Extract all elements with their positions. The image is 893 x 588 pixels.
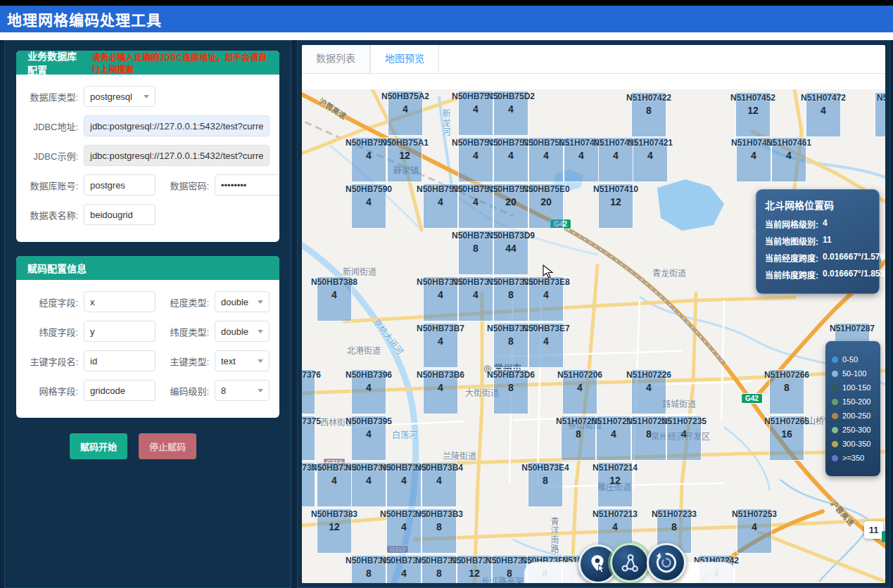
grid-cell-count: 4 (667, 428, 701, 440)
encode-level-label: 编码级别: (164, 384, 209, 397)
grid-cell-N51H07214[interactable]: N51H0721412 (597, 462, 633, 507)
grid-cell-count: 4 (424, 289, 457, 300)
tab-map-preview[interactable]: 地图预览 (370, 45, 439, 73)
grid-cell-N50HB73B6[interactable]: N50HB73B64 (423, 369, 458, 414)
tab-data-list[interactable]: 数据列表 (302, 45, 370, 73)
grid-cell-count: 4 (387, 521, 421, 532)
grid-cell-N51H07266[interactable]: N51H072668 (769, 369, 804, 414)
grid-cell-N50HB73B7[interactable]: N50HB73B74 (423, 323, 458, 368)
grid-cell-N51H07265[interactable]: N51H0726516 (769, 416, 804, 461)
grid-cell-N50HB7395[interactable]: N50HB73954 (351, 416, 386, 461)
grid-cell-N51H07206[interactable]: N51H072064 (562, 369, 597, 414)
tab-bar: 数据列表 地图预览 (302, 45, 885, 74)
grid-cell-code: N50HB7590 (346, 184, 392, 194)
lng-type-value: double (221, 297, 248, 307)
grid-cell-N51H07[interactable]: N51H07 (875, 92, 885, 137)
grid-cell-N50HB75A2[interactable]: N50HB75A24 (388, 91, 423, 136)
pk-field-input[interactable] (84, 350, 156, 371)
grid-cell-code: N51H07233 (652, 509, 697, 519)
lat-field-input[interactable] (84, 321, 156, 342)
grid-cell-N51H07452[interactable]: N51H0745212 (735, 92, 771, 137)
grid-cell-N50HB75D2[interactable]: N50HB75D24 (493, 91, 528, 136)
grid-cell-N51H07461[interactable]: N51H074614 (771, 137, 806, 182)
lng-field-input[interactable] (84, 291, 156, 312)
grid-network-button[interactable] (610, 543, 650, 582)
config-sidebar: 业务数据库配置 请务必输入正确的JDBC连接地址，如不会请自行上网搜索 数据库类… (4, 40, 291, 588)
db-config-card: 业务数据库配置 请务必输入正确的JDBC连接地址，如不会请自行上网搜索 数据库类… (16, 51, 279, 242)
grid-cell-count: 4 (352, 150, 386, 161)
grid-cell-N50HB73E4[interactable]: N50HB73E48 (528, 462, 563, 507)
grid-cell-code: N51H07 (877, 93, 885, 103)
grid-cell-N51H07421[interactable]: N51H074214 (633, 137, 668, 182)
encode-level-value: 8 (221, 385, 226, 396)
grid-cell-N50HB75E0[interactable]: N50HB75E020 (528, 184, 564, 229)
grid-cell-count: 4 (352, 196, 386, 207)
grid-cell-code: N50HB7383 (311, 509, 357, 519)
grid-cell-N50HB73B4[interactable]: N50HB73B44 (422, 462, 457, 507)
stop-encoding-button[interactable]: 停止赋码 (139, 433, 196, 459)
grid-cell-count: 8 (422, 568, 456, 579)
table-name-input[interactable] (84, 204, 156, 225)
grid-cell-N50HB7396[interactable]: N50HB73964 (351, 369, 386, 414)
grid-cell-code: N50HB7375 (302, 416, 321, 426)
grid-cell-N50HB7388[interactable]: N50HB73884 (317, 276, 352, 321)
legend-label: 50-100 (842, 369, 866, 378)
pk-type-select[interactable]: text (215, 350, 270, 371)
grid-cell-code: N50HB7396 (346, 370, 392, 380)
grid-cell-code: N51H07253 (732, 509, 777, 519)
grid-cell-N50HB7375[interactable]: N50HB7375 (302, 416, 315, 461)
lng-type-select[interactable]: double (215, 291, 270, 312)
grid-cell-N50HB7590[interactable]: N50HB75904 (351, 184, 386, 229)
encode-level-select[interactable]: 8 (215, 380, 270, 401)
map-canvas[interactable]: 沪蓉高速新龙河薛家镇新闻街道青龙街道郑陆镇北港街道京杭大运河常州市大街街道西林街… (302, 89, 885, 583)
info-row: 当前网格级别:4 (765, 218, 870, 230)
lat-type-select[interactable]: double (215, 321, 270, 342)
grid-cell-N50HB73D9[interactable]: N50HB73D944 (493, 230, 528, 275)
grid-cell-N51H07253[interactable]: N51H072534 (737, 509, 772, 554)
lng-field-label: 经度字段: (26, 295, 78, 309)
db-account-input[interactable] (84, 174, 156, 196)
grid-cell-N50HB7376[interactable]: N50HB7376 (302, 369, 315, 414)
grid-cell-code: N50HB75E0 (522, 184, 569, 194)
grid-cell-code: N51H07422 (626, 93, 671, 103)
grid-cell-N50HB7383[interactable]: N50HB738312 (317, 509, 352, 554)
grid-cell-count: 4 (597, 428, 631, 440)
grid-cell-count: 4 (317, 475, 351, 486)
legend-item: 0-50 (832, 355, 874, 364)
grid-cell-N51H07226[interactable]: N51H072264 (631, 369, 666, 414)
grid-cell-N51H07422[interactable]: N51H074228 (631, 92, 666, 137)
grid-cell-code: N51H07235 (661, 416, 707, 426)
legend-item: 250-300 (832, 426, 874, 434)
grid-cell-N50HB73E8[interactable]: N50HB73E84 (528, 276, 564, 321)
start-encoding-button[interactable]: 赋码开始 (70, 433, 127, 459)
reset-view-button[interactable] (647, 543, 686, 582)
grid-cell-N50HB73D6[interactable]: N50HB73D68 (493, 369, 528, 414)
grid-cell-N50HB75A1[interactable]: N50HB75A112 (387, 137, 422, 182)
mouse-cursor (542, 264, 555, 283)
grid-cell-N51H07410[interactable]: N51H0741012 (598, 184, 633, 229)
grid-cell-N51H07235[interactable]: N51H072354 (666, 416, 702, 461)
db-type-select[interactable]: postgresql (84, 86, 156, 107)
grid-cell-count: 8 (632, 428, 666, 440)
grid-cell-N50HB73B3[interactable]: N50HB73B38 (422, 509, 457, 554)
grid-cell-count: 4 (564, 150, 598, 161)
grid-cell-count: 4 (529, 335, 563, 347)
db-password-input[interactable] (215, 174, 279, 196)
grid-cell-N51H07472[interactable]: N51H074724 (806, 92, 841, 137)
chevron-down-icon (258, 359, 263, 363)
grid-cell-code: N51H07452 (730, 93, 775, 103)
chevron-down-icon (258, 389, 263, 392)
legend-label: 150-200 (842, 397, 870, 406)
info-row: 当前经度跨度:0.016667°/1.576km (765, 252, 870, 264)
grid-field-input[interactable] (84, 380, 156, 401)
grid-cell-count: 4 (599, 150, 633, 161)
grid-cell-count: 8 (562, 428, 595, 440)
legend-item: 200-250 (832, 411, 874, 420)
grid-cell-N50HB73E7[interactable]: N50HB73E74 (528, 323, 564, 368)
info-row-value: 0.016667°/1.576km (823, 252, 885, 264)
grid-cell-count: 8 (459, 243, 493, 254)
grid-cell-code: N50HB73B7 (417, 324, 464, 333)
code-config-title: 赋码配置信息 (27, 261, 87, 275)
jdbc-url-input[interactable] (84, 115, 270, 136)
map-panel: 数据列表 地图预览 (297, 40, 890, 588)
